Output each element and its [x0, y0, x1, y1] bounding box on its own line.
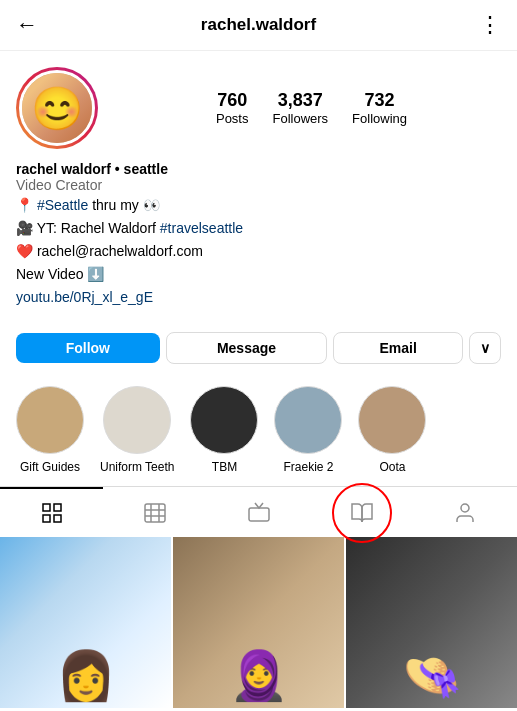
highlight-oota[interactable]: Oota [358, 386, 426, 474]
following-label: Following [352, 111, 407, 126]
person-icon [453, 501, 477, 525]
svg-rect-0 [43, 504, 50, 511]
svg-point-10 [461, 504, 469, 512]
bio-line-4: New Video ⬇️ [16, 264, 501, 285]
avatar[interactable] [16, 67, 98, 149]
stats: 760 Posts 3,837 Followers 732 Following [122, 90, 501, 126]
highlight-fraekie[interactable]: Fraekie 2 [274, 386, 342, 474]
more-dropdown-button[interactable]: ∨ [469, 332, 501, 364]
following-stat[interactable]: 732 Following [352, 90, 407, 126]
followers-label: Followers [272, 111, 328, 126]
tab-grid[interactable] [0, 487, 103, 537]
svg-rect-1 [54, 504, 61, 511]
highlight-tbm[interactable]: TBM [190, 386, 258, 474]
tab-videos[interactable] [207, 487, 310, 537]
highlight-gift-guides[interactable]: Gift Guides [16, 386, 84, 474]
header: ← rachel.waldorf ⋮ [0, 0, 517, 51]
highlight-circle [16, 386, 84, 454]
header-username: rachel.waldorf [201, 15, 316, 35]
back-button[interactable]: ← [16, 12, 38, 38]
tabs [0, 486, 517, 537]
more-button[interactable]: ⋮ [479, 12, 501, 38]
post-grid: 👩 🧕 👒 [0, 537, 517, 708]
message-button[interactable]: Message [166, 332, 328, 364]
highlight-label: Fraekie 2 [283, 460, 333, 474]
highlight-label: Uniform Teeth [100, 460, 174, 474]
svg-rect-3 [54, 515, 61, 522]
email-button[interactable]: Email [333, 332, 463, 364]
reels-icon [143, 501, 167, 525]
svg-rect-2 [43, 515, 50, 522]
profile-section: 760 Posts 3,837 Followers 732 Following … [0, 51, 517, 320]
highlight-label: TBM [212, 460, 237, 474]
bio-line-3: ❤️ rachel@rachelwaldorf.com [16, 241, 501, 262]
svg-rect-4 [145, 504, 165, 522]
highlights: Gift Guides Uniform Teeth TBM Fraekie 2 … [0, 376, 517, 486]
profile-top: 760 Posts 3,837 Followers 732 Following [16, 67, 501, 149]
posts-count: 760 [217, 90, 247, 111]
followers-count: 3,837 [278, 90, 323, 111]
bio-link[interactable]: youtu.be/0Rj_xl_e_gE [16, 287, 501, 308]
followers-stat[interactable]: 3,837 Followers [272, 90, 328, 126]
highlight-circle [103, 386, 171, 454]
highlight-circle [274, 386, 342, 454]
posts-label: Posts [216, 111, 249, 126]
posts-stat[interactable]: 760 Posts [216, 90, 249, 126]
bio-section: rachel waldorf • seattle Video Creator 📍… [16, 161, 501, 308]
highlight-label: Gift Guides [20, 460, 80, 474]
grid-cell[interactable]: 👩 [0, 537, 171, 708]
bio-title: Video Creator [16, 177, 501, 193]
action-buttons: Follow Message Email ∨ [16, 332, 501, 364]
grid-cell[interactable]: 🧕 [173, 537, 344, 708]
following-count: 732 [365, 90, 395, 111]
highlight-circle [190, 386, 258, 454]
book-icon [350, 501, 374, 525]
tv-icon [247, 501, 271, 525]
highlight-circle [358, 386, 426, 454]
bio-name: rachel waldorf • seattle [16, 161, 501, 177]
follow-button[interactable]: Follow [16, 333, 160, 363]
tab-tagged[interactable] [310, 487, 413, 537]
svg-rect-9 [249, 508, 269, 521]
highlight-uniform-teeth[interactable]: Uniform Teeth [100, 386, 174, 474]
tab-reels[interactable] [103, 487, 206, 537]
bio-line-2: 🎥 YT: Rachel Waldorf #travelseattle [16, 218, 501, 239]
grid-cell[interactable]: 👒 [346, 537, 517, 708]
highlight-label: Oota [379, 460, 405, 474]
tab-contact[interactable] [414, 487, 517, 537]
bio-line-1: 📍 #Seattle thru my 👀 [16, 195, 501, 216]
grid-icon [40, 501, 64, 525]
